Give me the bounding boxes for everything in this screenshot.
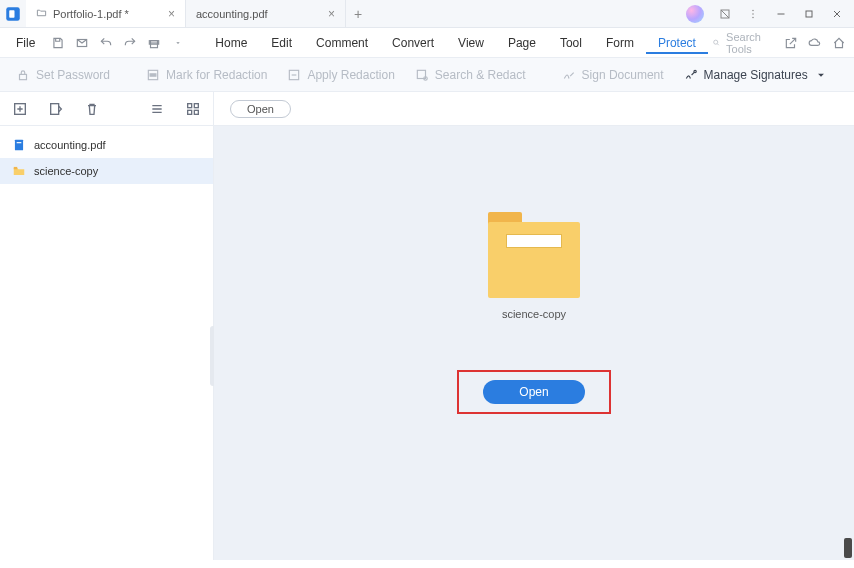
tab-portfolio[interactable]: Portfolio-1.pdf * × bbox=[26, 0, 186, 27]
workspace: accounting.pdf science-copy science-copy… bbox=[0, 126, 854, 560]
menu-protect[interactable]: Protect bbox=[646, 32, 708, 54]
menu-edit[interactable]: Edit bbox=[259, 32, 304, 54]
search-redact-icon bbox=[415, 68, 429, 82]
tab-label: accounting.pdf bbox=[196, 8, 268, 20]
svg-rect-25 bbox=[15, 140, 23, 151]
document-tabs: Portfolio-1.pdf * × accounting.pdf × + bbox=[26, 0, 370, 27]
folder-name-label: science-copy bbox=[502, 308, 566, 320]
list-view-button[interactable] bbox=[147, 99, 167, 119]
file-name: accounting.pdf bbox=[34, 139, 106, 151]
redact-mark-icon bbox=[146, 68, 160, 82]
svg-rect-22 bbox=[194, 103, 198, 107]
manage-signatures-icon bbox=[684, 68, 698, 82]
delete-button[interactable] bbox=[82, 99, 102, 119]
svg-point-10 bbox=[714, 40, 718, 44]
ai-orb-icon[interactable] bbox=[686, 5, 704, 23]
redo-icon[interactable] bbox=[119, 32, 141, 54]
print-icon[interactable] bbox=[143, 32, 165, 54]
svg-rect-23 bbox=[188, 110, 192, 114]
menu-tool[interactable]: Tool bbox=[548, 32, 594, 54]
file-name: science-copy bbox=[34, 165, 98, 177]
svg-point-5 bbox=[752, 16, 754, 18]
right-icons bbox=[780, 32, 850, 54]
search-placeholder: Search Tools bbox=[726, 31, 766, 55]
mail-icon[interactable] bbox=[71, 32, 93, 54]
open-button[interactable]: Open bbox=[483, 380, 584, 404]
home-icon[interactable] bbox=[828, 32, 850, 54]
svg-rect-24 bbox=[194, 110, 198, 114]
svg-rect-27 bbox=[14, 167, 18, 169]
panel-icon[interactable] bbox=[712, 3, 738, 25]
grid-view-button[interactable] bbox=[183, 99, 203, 119]
main-menus: Home Edit Comment Convert View Page Tool… bbox=[203, 32, 708, 54]
lock-icon bbox=[16, 68, 30, 82]
menu-bar: File Home Edit Comment Convert View Page… bbox=[0, 28, 854, 58]
menu-home[interactable]: Home bbox=[203, 32, 259, 54]
svg-rect-1 bbox=[9, 10, 14, 18]
ribbon-label: Mark for Redaction bbox=[166, 68, 267, 82]
search-tools[interactable]: Search Tools bbox=[712, 31, 766, 55]
ribbon-protect: Set Password Mark for Redaction Apply Re… bbox=[0, 58, 854, 92]
menu-view[interactable]: View bbox=[446, 32, 496, 54]
svg-rect-6 bbox=[806, 11, 812, 17]
share-icon[interactable] bbox=[780, 32, 802, 54]
sidebar-item-accounting[interactable]: accounting.pdf bbox=[0, 132, 213, 158]
menu-form[interactable]: Form bbox=[594, 32, 646, 54]
close-button[interactable] bbox=[824, 3, 850, 25]
kebab-icon[interactable] bbox=[740, 3, 766, 25]
folder-preview: science-copy Open bbox=[457, 212, 610, 414]
folder-icon bbox=[12, 164, 26, 178]
sidebar-toolbar bbox=[0, 92, 214, 125]
menu-convert[interactable]: Convert bbox=[380, 32, 446, 54]
menu-file[interactable]: File bbox=[8, 36, 43, 50]
tab-accounting[interactable]: accounting.pdf × bbox=[186, 0, 346, 27]
portfolio-sidebar: accounting.pdf science-copy bbox=[0, 126, 214, 560]
mark-redaction-button[interactable]: Mark for Redaction bbox=[138, 64, 275, 86]
ribbon-label: Apply Redaction bbox=[307, 68, 394, 82]
svg-point-4 bbox=[752, 13, 754, 15]
extract-button[interactable] bbox=[46, 99, 66, 119]
scrollbar-vertical[interactable] bbox=[844, 538, 852, 558]
redact-apply-icon bbox=[287, 68, 301, 82]
svg-rect-13 bbox=[150, 73, 156, 75]
search-redact-button[interactable]: Search & Redact bbox=[407, 64, 534, 86]
svg-rect-26 bbox=[17, 142, 22, 143]
pdf-icon bbox=[12, 138, 26, 152]
svg-rect-20 bbox=[51, 103, 59, 114]
svg-rect-21 bbox=[188, 103, 192, 107]
app-logo bbox=[0, 1, 26, 27]
sidebar-item-science-copy[interactable]: science-copy bbox=[0, 158, 213, 184]
preview-canvas: science-copy Open bbox=[214, 126, 854, 560]
portfolio-toolbar: Open bbox=[0, 92, 854, 126]
svg-rect-11 bbox=[20, 74, 27, 79]
menu-comment[interactable]: Comment bbox=[304, 32, 380, 54]
ribbon-label: Sign Document bbox=[582, 68, 664, 82]
window-controls bbox=[686, 3, 854, 25]
cloud-icon[interactable] bbox=[804, 32, 826, 54]
signature-icon bbox=[562, 68, 576, 82]
svg-point-3 bbox=[752, 9, 754, 11]
open-pill-button[interactable]: Open bbox=[230, 100, 291, 118]
new-tab-button[interactable]: + bbox=[346, 0, 370, 27]
manage-signatures-button[interactable]: Manage Signatures bbox=[676, 64, 836, 86]
add-file-button[interactable] bbox=[10, 99, 30, 119]
close-icon[interactable]: × bbox=[168, 7, 175, 21]
save-icon[interactable] bbox=[47, 32, 69, 54]
canvas-toolbar: Open bbox=[214, 100, 854, 118]
dropdown-icon[interactable] bbox=[167, 32, 189, 54]
svg-point-17 bbox=[693, 70, 695, 72]
undo-icon[interactable] bbox=[95, 32, 117, 54]
title-bar: Portfolio-1.pdf * × accounting.pdf × + bbox=[0, 0, 854, 28]
search-icon bbox=[712, 36, 720, 49]
sign-document-button[interactable]: Sign Document bbox=[554, 64, 672, 86]
chevron-down-icon bbox=[814, 68, 828, 82]
minimize-button[interactable] bbox=[768, 3, 794, 25]
quick-access bbox=[47, 32, 189, 54]
set-password-button[interactable]: Set Password bbox=[8, 64, 118, 86]
maximize-button[interactable] bbox=[796, 3, 822, 25]
apply-redaction-button[interactable]: Apply Redaction bbox=[279, 64, 402, 86]
ribbon-label: Manage Signatures bbox=[704, 68, 808, 82]
folder-large-icon bbox=[488, 212, 580, 298]
menu-page[interactable]: Page bbox=[496, 32, 548, 54]
close-icon[interactable]: × bbox=[328, 7, 335, 21]
